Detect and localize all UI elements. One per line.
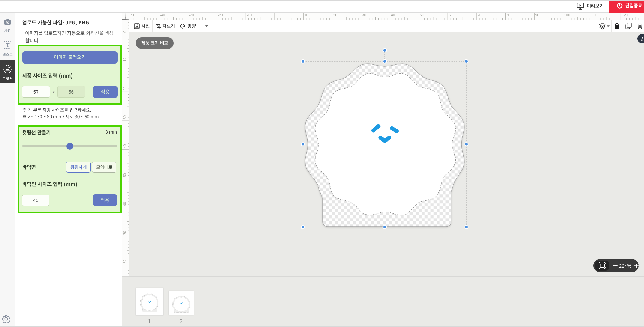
svg-text:120: 120 xyxy=(622,13,627,17)
svg-text:10: 10 xyxy=(304,13,308,17)
svg-text:50: 50 xyxy=(420,13,424,17)
svg-text:70: 70 xyxy=(478,13,481,17)
svg-text:90: 90 xyxy=(535,13,539,17)
svg-text:60: 60 xyxy=(449,13,452,17)
svg-text:30: 30 xyxy=(362,13,366,17)
svg-text:80: 80 xyxy=(507,13,510,17)
svg-text:-10: -10 xyxy=(247,13,252,17)
svg-text:-40: -40 xyxy=(160,13,165,17)
svg-text:50: 50 xyxy=(131,13,135,17)
svg-text:100: 100 xyxy=(564,13,570,17)
svg-text:110: 110 xyxy=(593,13,599,17)
svg-text:40: 40 xyxy=(391,13,395,17)
svg-text:-30: -30 xyxy=(189,13,194,17)
svg-text:0: 0 xyxy=(276,13,277,17)
svg-text:20: 20 xyxy=(333,13,337,17)
svg-text:-20: -20 xyxy=(218,13,223,17)
